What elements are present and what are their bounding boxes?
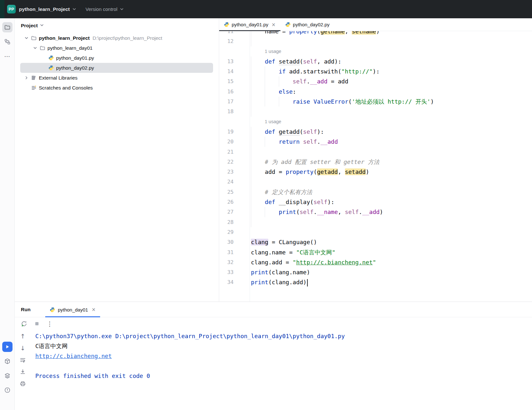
indent-guide	[251, 197, 265, 207]
line-number[interactable]: 17	[219, 97, 250, 107]
console-output[interactable]: C:\python37\python.exe D:\project\python…	[31, 330, 532, 410]
line-number[interactable]: 34	[219, 277, 250, 287]
code-line-13: 13 def setadd(self, add):	[219, 56, 532, 66]
console-toolbar: ↑↓	[15, 330, 31, 410]
tree-item-python-day01-py[interactable]: python_day01.py	[20, 53, 213, 63]
project-panel-header[interactable]: Project	[15, 18, 219, 33]
soft-wrap-button[interactable]	[19, 356, 27, 364]
code-token: "http://"	[341, 68, 373, 75]
line-number[interactable]: 23	[219, 167, 250, 177]
problems-button[interactable]	[2, 385, 13, 395]
close-icon[interactable]: ×	[271, 22, 276, 28]
line-number[interactable]: 14	[219, 66, 250, 76]
line-number[interactable]: 13	[219, 56, 250, 66]
project-widget-label: python_learn_Project	[19, 6, 70, 12]
line-number[interactable]: 18	[219, 107, 250, 116]
scroll-end-button[interactable]	[19, 368, 27, 376]
line-number[interactable]: 33	[219, 267, 250, 277]
line-number[interactable]: 12	[219, 36, 250, 46]
line-number[interactable]: 24	[219, 177, 250, 187]
line-number[interactable]: 22	[219, 157, 250, 167]
code-token: setname	[352, 31, 376, 35]
line-number[interactable]: 32	[219, 257, 250, 267]
code-line-12: 12	[219, 36, 532, 46]
structure-tool-icon	[4, 38, 11, 45]
code-token: setadd	[279, 58, 300, 65]
code-token: ValueError	[313, 98, 348, 105]
main-toolbar: PP python_learn_Project Version control	[0, 0, 532, 18]
line-number[interactable]: 21	[219, 147, 250, 157]
code-line-26: 26 def __display(self):	[219, 197, 532, 207]
tree-item-scratches-consoles[interactable]: Scratches and Consoles	[20, 83, 213, 93]
chevron-down-icon	[39, 23, 44, 29]
line-number[interactable]: 30	[219, 237, 250, 247]
line-number[interactable]: 19	[219, 127, 250, 137]
project-logo[interactable]: PP	[7, 5, 16, 13]
code-token: (	[313, 168, 317, 175]
code-token: name =	[265, 31, 289, 35]
line-number[interactable]: 29	[219, 227, 250, 237]
code-line-16: 16 else:	[219, 87, 532, 97]
code-token: __add	[321, 138, 338, 145]
rerun-button[interactable]	[20, 320, 28, 328]
folder-icon	[39, 45, 46, 51]
close-icon[interactable]: ×	[91, 307, 96, 312]
indent-guide	[251, 56, 265, 66]
code-token: # 定义个私有方法	[265, 189, 312, 195]
tree-item-python-learn-day01[interactable]: python_learn_day01	[20, 43, 213, 53]
circle-tool-icon	[4, 387, 11, 393]
indent-guide	[251, 137, 265, 147]
run-tab-python-day01[interactable]: python_day01 ×	[45, 302, 100, 317]
services-button[interactable]	[2, 371, 13, 381]
tree-item-python-day02-py[interactable]: python_day02.py	[20, 63, 213, 73]
line-number[interactable]: 26	[219, 197, 250, 207]
arrow-down-button[interactable]: ↓	[19, 344, 27, 352]
usage-hint[interactable]: 1 usage	[250, 47, 281, 56]
editor-tab-python_day02-py[interactable]: python_day02.py	[280, 18, 334, 31]
code-token: .	[317, 138, 321, 145]
vcs-widget[interactable]: Version control	[86, 6, 124, 12]
console-link[interactable]: http://c.biancheng.net	[35, 351, 532, 361]
printer-button[interactable]	[19, 380, 27, 388]
chevron-down-icon[interactable]	[22, 36, 30, 40]
chevron-right-icon[interactable]	[22, 75, 30, 80]
chevron-down-icon[interactable]	[31, 46, 39, 50]
indent-guide	[265, 76, 279, 86]
structure-tool-window-button[interactable]	[2, 37, 13, 47]
line-number[interactable]: 25	[219, 187, 250, 197]
code-token: self	[313, 199, 327, 205]
editor-area: python_day01.py×python_day02.py 11 name …	[219, 18, 532, 302]
code-token: (	[310, 199, 313, 205]
tree-item-external-libraries[interactable]: External Libraries	[20, 73, 213, 83]
code-token: else	[279, 88, 293, 95]
run-tool-window-button[interactable]	[2, 342, 13, 352]
more-vertical-button[interactable]: ⋮	[46, 320, 54, 328]
code-token: (clang.add)	[268, 279, 306, 286]
line-number[interactable]: 11	[219, 31, 250, 36]
printer-icon	[20, 380, 26, 387]
project-widget[interactable]: python_learn_Project	[19, 6, 77, 12]
usage-hint[interactable]: 1 usage	[250, 117, 281, 127]
line-number[interactable]: 31	[219, 247, 250, 257]
tree-item-root[interactable]: python_learn_ProjectD:\project\python_le…	[20, 33, 213, 43]
more-tool-windows-button[interactable]: ⋯	[2, 51, 13, 61]
python-packages-button[interactable]	[2, 356, 13, 366]
project-tool-window-button[interactable]	[2, 22, 13, 32]
tool-window-stripe: ⋯	[0, 18, 15, 410]
line-number[interactable]: 16	[219, 87, 250, 97]
code-token: "	[293, 259, 296, 266]
code-line-19: 19 def getadd(self):	[219, 127, 532, 137]
line-number[interactable]: 28	[219, 217, 250, 227]
code-token: def	[265, 128, 279, 135]
code-token: __add	[310, 78, 327, 85]
code-area[interactable]: 11 name = property(getname, setname)121 …	[219, 31, 532, 302]
arrow-up-button[interactable]: ↑	[19, 332, 27, 340]
line-number[interactable]: 20	[219, 137, 250, 147]
code-line-14: 14 if add.startswith("http://"):	[219, 66, 532, 76]
line-number[interactable]: 27	[219, 207, 250, 217]
editor-tab-python_day01-py[interactable]: python_day01.py×	[219, 18, 280, 31]
line-number[interactable]: 15	[219, 76, 250, 86]
package-tool-icon	[4, 358, 11, 364]
stop-button[interactable]	[33, 320, 41, 328]
run-panel-title: Run	[21, 307, 30, 312]
